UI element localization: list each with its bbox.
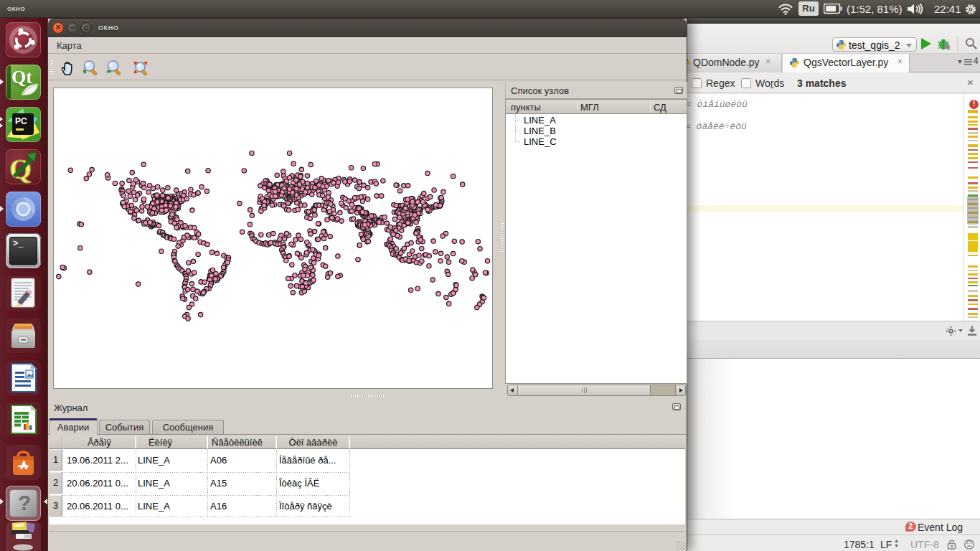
svg-text:2: 2 xyxy=(948,46,951,51)
